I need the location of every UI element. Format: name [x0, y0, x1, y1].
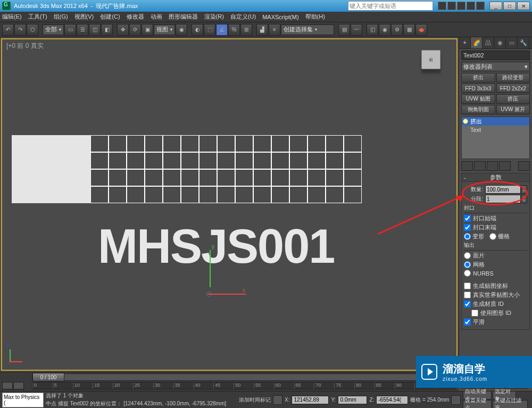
- timeline-btn2[interactable]: [13, 382, 24, 389]
- viewport-label[interactable]: [+0 前 0 真实: [6, 41, 44, 51]
- lightbulb-icon[interactable]: [463, 119, 468, 124]
- help-search[interactable]: [348, 1, 433, 11]
- undo-button[interactable]: ↶: [2, 24, 14, 36]
- viewcube[interactable]: 前: [421, 50, 440, 69]
- chk-capend[interactable]: [464, 224, 471, 231]
- menu-modifiers[interactable]: 修改器: [127, 13, 144, 21]
- select-region-button[interactable]: ◫: [89, 24, 101, 36]
- chk-useshape[interactable]: [471, 310, 478, 317]
- viewport[interactable]: [+0 前 0 真实 前 MHSJS001 yx z: [1, 38, 458, 371]
- btn-uvwmap[interactable]: UVW 贴图: [461, 94, 495, 104]
- modifier-list[interactable]: 修改器列表▾: [461, 62, 530, 71]
- star-icon[interactable]: [447, 2, 456, 10]
- redo-button[interactable]: ↷: [14, 24, 26, 36]
- scene-object-text[interactable]: MHSJS001: [98, 219, 334, 274]
- lock-button[interactable]: [273, 395, 282, 405]
- stack-text[interactable]: Text: [462, 126, 529, 134]
- named-selection[interactable]: 创建选择集▾: [281, 24, 334, 35]
- close-button[interactable]: ✕: [517, 2, 530, 10]
- time-ruler[interactable]: 0510152025303540455055606570758085909510…: [32, 382, 455, 389]
- exchange-icon[interactable]: [467, 2, 475, 10]
- select-name-button[interactable]: ☰: [77, 24, 88, 36]
- snap-toggle[interactable]: ⬚: [204, 24, 215, 36]
- stack-extrude[interactable]: 挤出: [462, 117, 529, 126]
- menu-rendering[interactable]: 渲染(R): [204, 13, 224, 21]
- move-button[interactable]: ✥: [117, 24, 129, 36]
- tab-modify[interactable]: 🌈: [471, 37, 483, 48]
- tab-motion[interactable]: ◉: [494, 37, 506, 48]
- render-frame-button[interactable]: ▦: [403, 24, 415, 36]
- segments-input[interactable]: 1: [485, 195, 521, 203]
- window-crossing-button[interactable]: ◧: [101, 24, 113, 36]
- layer-button[interactable]: ▤: [338, 24, 350, 36]
- tab-hierarchy[interactable]: 品: [483, 37, 494, 48]
- time-slider-handle[interactable]: 0 / 100: [32, 373, 64, 381]
- minimize-button[interactable]: _: [489, 2, 502, 10]
- radio-mesh[interactable]: [464, 261, 471, 268]
- coord-z[interactable]: -6554.54(: [376, 396, 408, 404]
- ref-coord[interactable]: 视图▾: [154, 24, 175, 35]
- maxscript-listener[interactable]: Max to Physics (: [2, 393, 44, 407]
- angle-snap[interactable]: ∠: [216, 24, 228, 36]
- menu-group[interactable]: 组(G): [54, 13, 68, 21]
- radio-morph[interactable]: [464, 233, 471, 240]
- menu-help[interactable]: 帮助(H): [305, 13, 325, 21]
- tab-create[interactable]: ✦: [459, 37, 471, 48]
- pin-stack-button[interactable]: [461, 161, 473, 171]
- render-button[interactable]: 🫖: [415, 24, 427, 36]
- curve-editor-button[interactable]: 〰: [351, 24, 362, 36]
- menu-edit[interactable]: 编辑(E): [2, 13, 22, 21]
- btn-pathdeform[interactable]: 路径变形: [496, 73, 530, 82]
- chk-genuv[interactable]: [464, 282, 471, 289]
- align-button[interactable]: ≡: [269, 24, 280, 36]
- amount-spinner[interactable]: ▲▼: [521, 185, 527, 194]
- render-setup-button[interactable]: ⚙: [391, 24, 403, 36]
- amount-input[interactable]: 100.0mm: [485, 185, 521, 194]
- manip-button[interactable]: ◐: [192, 24, 203, 36]
- menu-maxscript[interactable]: MAXScript(M): [262, 14, 298, 20]
- selection-filter[interactable]: 全部▾: [43, 24, 64, 35]
- menu-views[interactable]: 视图(V): [74, 13, 94, 21]
- menu-grapheditors[interactable]: 图形编辑器: [169, 13, 198, 21]
- chk-genmat[interactable]: [464, 301, 471, 307]
- menu-customize[interactable]: 自定义(U): [230, 13, 256, 21]
- pivot-button[interactable]: ◉: [176, 24, 187, 36]
- tab-display[interactable]: ▭: [506, 37, 518, 48]
- chk-capstart[interactable]: [464, 215, 471, 222]
- timeline-btn1[interactable]: [2, 382, 13, 389]
- show-end-button[interactable]: [474, 161, 486, 171]
- time-track[interactable]: 0 / 100: [32, 373, 455, 381]
- coord-x[interactable]: 121452.89: [292, 396, 329, 404]
- btn-bevelprofile[interactable]: 倒角剖面: [461, 105, 495, 114]
- info-icon[interactable]: [438, 2, 446, 10]
- segments-spinner[interactable]: ▲▼: [521, 195, 527, 203]
- btn-unwrap[interactable]: UVW 展开: [496, 105, 530, 114]
- material-editor-button[interactable]: ◉: [379, 24, 390, 36]
- modifier-stack[interactable]: 挤出 Text: [461, 116, 530, 159]
- setkey-button[interactable]: 设置关键点: [463, 400, 492, 408]
- chk-smooth[interactable]: [464, 319, 471, 326]
- rollout-header[interactable]: -参数: [462, 173, 529, 182]
- coord-y[interactable]: 0.0mm: [338, 396, 367, 404]
- mirror-button[interactable]: ▟: [256, 24, 268, 36]
- tab-utilities[interactable]: 🔧: [518, 37, 529, 48]
- schematic-button[interactable]: ◱: [367, 24, 378, 36]
- help-search-input[interactable]: [350, 3, 431, 9]
- btn-ffd2[interactable]: FFD 2x2x2: [496, 84, 530, 93]
- menu-tools[interactable]: 工具(T): [28, 13, 47, 21]
- time-tag[interactable]: 添加时间标记: [239, 396, 271, 404]
- unique-button[interactable]: [487, 161, 498, 171]
- maximize-button[interactable]: □: [503, 2, 516, 10]
- remove-mod-button[interactable]: [499, 161, 511, 171]
- select-button[interactable]: ▭: [64, 24, 76, 36]
- menu-animation[interactable]: 动画: [151, 13, 162, 21]
- radio-grid[interactable]: [489, 233, 496, 240]
- menu-create[interactable]: 创建(C): [100, 13, 120, 21]
- scene-object-billboard[interactable]: [12, 135, 362, 203]
- signin-icon[interactable]: [457, 2, 466, 10]
- help-icon[interactable]: [476, 2, 485, 10]
- btn-ffd3[interactable]: FFD 3x3x3: [461, 84, 495, 93]
- percent-snap[interactable]: %: [228, 24, 240, 36]
- keyfilter-button[interactable]: 关键点过滤器: [493, 400, 528, 408]
- configure-button[interactable]: [518, 161, 530, 171]
